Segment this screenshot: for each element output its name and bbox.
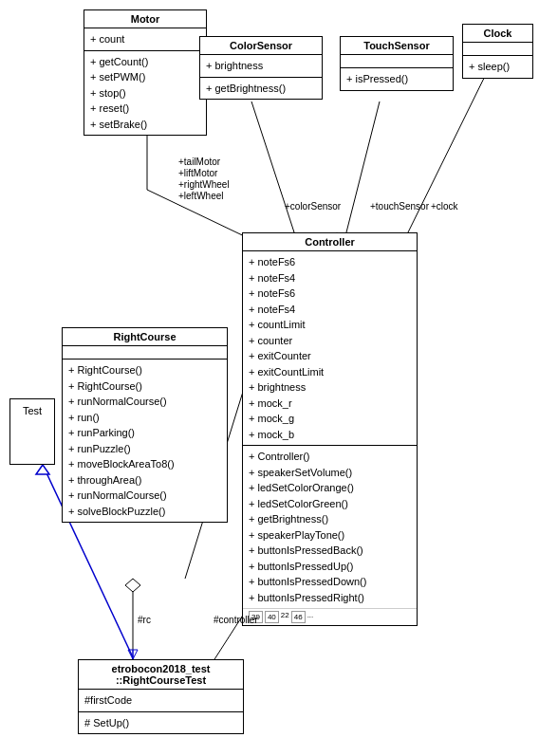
touch-sensor-class: TouchSensor + isPressed() [340, 36, 454, 91]
clock-title: Clock [463, 25, 532, 43]
clock-methods: + sleep() [463, 56, 532, 78]
right-course-title: RightCourse [63, 328, 227, 346]
touch-sensor-methods: + isPressed() [341, 68, 453, 90]
motor-attributes: + count [84, 28, 206, 51]
svg-marker-17 [36, 465, 49, 474]
test-box: Test [9, 398, 55, 465]
diagram-container: Motor + count + getCount() + setPWM() + … [0, 0, 539, 756]
controller-attributes: + noteFs6 + noteFs4 + noteFs6 + noteFs4 … [243, 251, 417, 446]
clock-class: Clock + sleep() [462, 24, 533, 79]
touch-sensor-attributes [341, 55, 453, 68]
page-strip: 39 40 22 46 ... [243, 608, 417, 625]
test-label: Test [23, 405, 42, 416]
lift-motor-label: +liftMotor [178, 168, 217, 178]
motor-methods: + getCount() + setPWM() + stop() + reset… [84, 51, 206, 136]
test-class-setup: # SetUp() [79, 712, 243, 734]
touch-sensor-title: TouchSensor [341, 37, 453, 55]
color-sensor-title: ColorSensor [200, 37, 322, 55]
controller-title: Controller [243, 233, 417, 251]
rc-label: #rc [138, 615, 151, 625]
motor-title: Motor [84, 10, 206, 28]
svg-marker-11 [125, 579, 140, 592]
svg-line-3 [346, 101, 380, 232]
controller-class: Controller + noteFs6 + noteFs4 + noteFs6… [242, 232, 418, 626]
test-class-title: etrobocon2018_test ::RightCourseTest [79, 660, 243, 690]
controller-methods: + Controller() + speakerSetVolume() + le… [243, 446, 417, 608]
svg-line-2 [251, 101, 294, 232]
color-sensor-label: +colorSensor [285, 201, 341, 212]
right-wheel-label: +rightWheel [178, 179, 230, 190]
right-course-class: RightCourse + RightCourse() + RightCours… [62, 327, 228, 523]
tail-motor-label: +tailMotor [178, 157, 220, 167]
touch-sensor-label: +touchSensor [370, 201, 429, 212]
test-class-first-code: #firstCode [79, 690, 243, 712]
svg-marker-12 [128, 650, 138, 659]
right-course-methods: + RightCourse() + RightCourse() + runNor… [63, 360, 227, 522]
test-class: etrobocon2018_test ::RightCourseTest #fi… [78, 659, 244, 734]
clock-attributes [463, 43, 532, 56]
right-course-attributes [63, 346, 227, 360]
color-sensor-class: ColorSensor + brightness + getBrightness… [199, 36, 323, 100]
controller-assoc-label: #controller [214, 615, 258, 625]
motor-class: Motor + count + getCount() + setPWM() + … [84, 9, 207, 136]
color-sensor-attributes: + brightness [200, 55, 322, 78]
left-wheel-label: +leftWheel [178, 191, 224, 201]
color-sensor-methods: + getBrightness() [200, 78, 322, 100]
clock-label: +clock [431, 201, 458, 212]
